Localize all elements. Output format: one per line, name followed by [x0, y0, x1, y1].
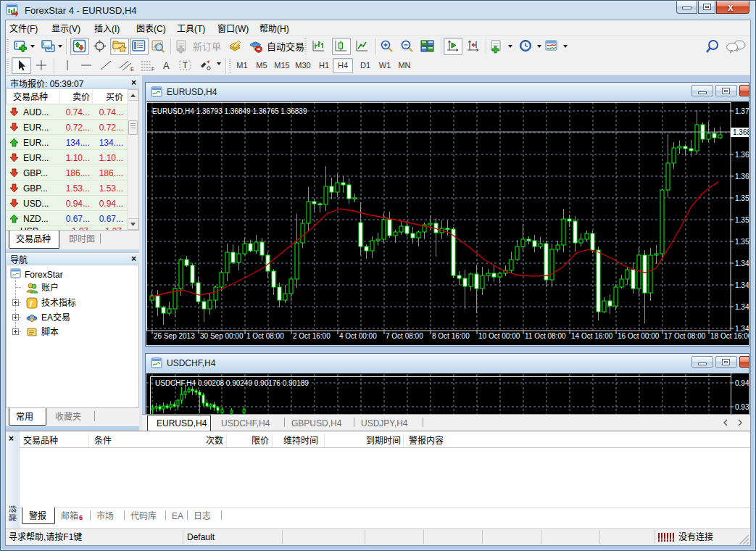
- svg-text:1 Oct 08:00: 1 Oct 08:00: [246, 332, 284, 340]
- svg-text:1.3460: 1.3460: [735, 281, 749, 289]
- svg-text:1.3610: 1.3610: [735, 173, 749, 181]
- svg-text:2 Oct 16:00: 2 Oct 16:00: [293, 332, 331, 340]
- svg-text:0.9420: 0.9420: [735, 379, 749, 387]
- svg-text:10 Oct 00:00: 10 Oct 00:00: [478, 332, 520, 340]
- svg-text:8 Oct 16:00: 8 Oct 16:00: [432, 332, 470, 340]
- svg-text:14 Oct 16:00: 14 Oct 16:00: [571, 332, 613, 340]
- svg-text:30 Sep 00:00: 30 Sep 00:00: [200, 332, 244, 340]
- svg-text:16 Oct 00:00: 16 Oct 00:00: [618, 332, 660, 340]
- svg-text:18 Oct 16:00: 18 Oct 16:00: [710, 332, 749, 340]
- svg-text:1.3430: 1.3430: [735, 303, 749, 311]
- svg-text:EURUSD,H4 1.36793 1.36849 1.36: EURUSD,H4 1.36793 1.36849 1.36765 1.3683…: [152, 107, 307, 115]
- svg-text:1.3520: 1.3520: [735, 238, 749, 246]
- svg-text:1.3400: 1.3400: [735, 325, 749, 333]
- svg-text:F: F: [151, 67, 154, 72]
- svg-text:USDCHF,H4 0.90208 0.90249 0.90: USDCHF,H4 0.90208 0.90249 0.90176 0.9018…: [155, 379, 309, 387]
- svg-text:E: E: [130, 67, 134, 72]
- svg-text:7 Oct 08:00: 7 Oct 08:00: [386, 332, 423, 340]
- svg-text:26 Sep 2013: 26 Sep 2013: [154, 332, 195, 340]
- svg-text:T: T: [183, 61, 188, 70]
- svg-text:1.3684: 1.3684: [733, 128, 749, 136]
- svg-text:11 Oct 08:00: 11 Oct 08:00: [525, 332, 566, 340]
- svg-text:1.3700: 1.3700: [735, 107, 749, 115]
- svg-text:4 Oct 00:00: 4 Oct 00:00: [339, 332, 377, 340]
- svg-text:1.3490: 1.3490: [735, 260, 749, 268]
- svg-text:1.3550: 1.3550: [735, 216, 749, 224]
- svg-text:0.9340: 0.9340: [735, 403, 749, 411]
- svg-text:1.3580: 1.3580: [735, 194, 749, 202]
- svg-text:17 Oct 08:00: 17 Oct 08:00: [664, 332, 706, 340]
- svg-text:1.3640: 1.3640: [735, 151, 749, 159]
